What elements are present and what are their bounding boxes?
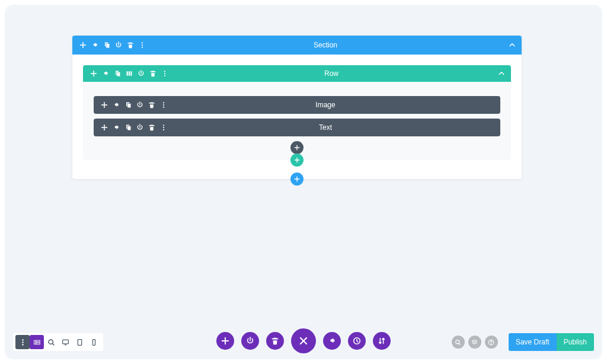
power-icon[interactable] <box>134 99 146 111</box>
close-button[interactable] <box>291 328 316 353</box>
layers-icon[interactable] <box>468 336 481 349</box>
module-label: Image <box>170 101 481 109</box>
move-icon[interactable] <box>98 122 110 133</box>
dots-vertical-icon[interactable] <box>158 99 170 111</box>
power-icon[interactable] <box>134 122 146 133</box>
app-frame: Section Row <box>5 5 602 359</box>
trash-icon[interactable] <box>146 122 158 133</box>
duplicate-icon[interactable] <box>122 99 134 111</box>
gear-icon[interactable] <box>110 99 122 111</box>
chevron-up-icon[interactable] <box>503 41 522 49</box>
history-button[interactable] <box>348 332 366 350</box>
row-label: Row <box>171 69 492 78</box>
move-icon[interactable] <box>98 99 110 111</box>
gear-icon[interactable] <box>100 68 111 79</box>
add-module-button[interactable] <box>290 141 304 154</box>
chevron-up-icon[interactable] <box>492 70 511 77</box>
settings-button[interactable] <box>323 332 341 350</box>
module-label: Text <box>170 123 481 132</box>
duplicate-icon[interactable] <box>111 68 123 79</box>
section-label: Section <box>148 41 503 49</box>
main-actions <box>216 328 391 353</box>
trash-icon[interactable] <box>146 99 158 111</box>
trash-icon[interactable] <box>147 68 159 79</box>
help-icon[interactable] <box>485 336 498 349</box>
publish-button[interactable]: Publish <box>557 333 594 351</box>
right-actions: Save Draft Publish <box>452 333 594 351</box>
move-icon[interactable] <box>88 68 100 79</box>
module-image[interactable]: Image <box>94 96 500 114</box>
section-header[interactable]: Section <box>72 36 522 55</box>
add-row-button[interactable] <box>290 154 304 167</box>
trash-icon[interactable] <box>124 39 136 51</box>
wireframe-view-button[interactable] <box>30 335 44 349</box>
columns-icon[interactable] <box>123 68 135 79</box>
duplicate-icon[interactable] <box>101 39 113 51</box>
power-icon[interactable] <box>135 68 147 79</box>
swap-button[interactable] <box>373 332 391 350</box>
power-button[interactable] <box>241 332 259 350</box>
view-switcher <box>13 333 103 351</box>
save-draft-button[interactable]: Save Draft <box>509 333 557 351</box>
section-block[interactable]: Section Row <box>72 36 522 179</box>
zoom-button[interactable] <box>44 335 58 349</box>
module-text[interactable]: Text <box>94 119 500 136</box>
row-block[interactable]: Row Image <box>83 65 511 160</box>
bottom-toolbar: Save Draft Publish <box>5 326 602 353</box>
dots-vertical-icon[interactable] <box>159 68 171 79</box>
search-icon[interactable] <box>452 336 465 349</box>
gear-icon[interactable] <box>110 122 122 133</box>
move-icon[interactable] <box>77 39 89 51</box>
power-icon[interactable] <box>113 39 124 51</box>
row-header[interactable]: Row <box>83 65 511 82</box>
tablet-view-button[interactable] <box>72 335 87 349</box>
builder-canvas: Section Row <box>72 36 522 179</box>
dots-vertical-icon[interactable] <box>15 335 30 349</box>
desktop-view-button[interactable] <box>58 335 72 349</box>
trash-button[interactable] <box>266 332 284 350</box>
dots-vertical-icon[interactable] <box>158 122 170 133</box>
duplicate-icon[interactable] <box>122 122 134 133</box>
add-button[interactable] <box>216 332 234 350</box>
add-section-button[interactable] <box>290 173 304 186</box>
row-body: Image Text <box>83 82 511 160</box>
gear-icon[interactable] <box>89 39 101 51</box>
dots-vertical-icon[interactable] <box>136 39 148 51</box>
phone-view-button[interactable] <box>87 335 101 349</box>
